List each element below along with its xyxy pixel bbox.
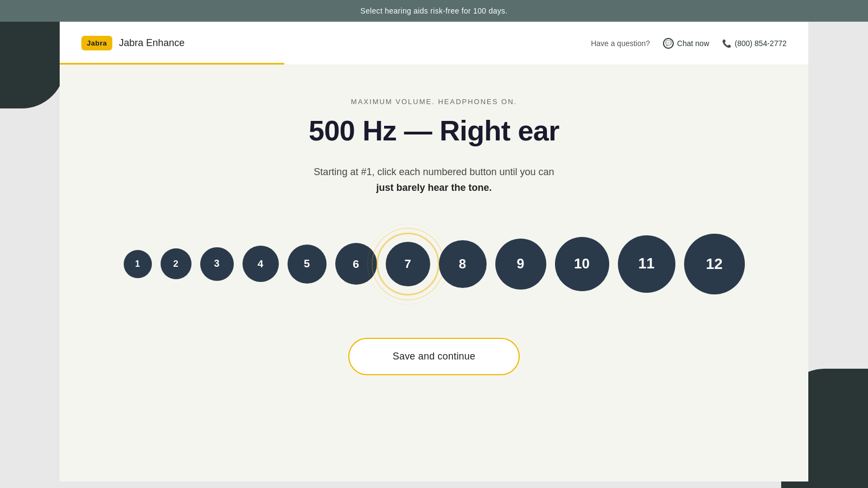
instruction-text: Starting at #1, click each numbered butt…: [314, 164, 554, 196]
number-button-4[interactable]: 4: [242, 246, 279, 282]
number-button-9[interactable]: 9: [495, 239, 546, 290]
instruction-bold: just barely hear the tone.: [376, 182, 492, 193]
chat-label: Chat now: [677, 39, 709, 48]
main-container: Jabra Jabra Enhance Have a question? 💬 C…: [60, 22, 808, 481]
number-button-10[interactable]: 10: [555, 237, 609, 291]
button-label-8: 8: [459, 256, 466, 272]
button-label-3: 3: [214, 258, 219, 269]
content-area: MAXIMUM VOLUME. HEADPHONES ON. 500 Hz — …: [60, 65, 808, 397]
number-button-1[interactable]: 1: [124, 250, 152, 278]
logo-text: Jabra: [87, 39, 107, 47]
header: Jabra Jabra Enhance Have a question? 💬 C…: [60, 22, 808, 65]
header-left: Jabra Jabra Enhance: [81, 36, 184, 50]
button-label-5: 5: [304, 258, 310, 270]
banner-text: Select hearing aids risk-free for 100 da…: [360, 7, 507, 15]
button-label-6: 6: [353, 258, 359, 271]
main-title: 500 Hz — Right ear: [309, 114, 559, 147]
chat-icon: 💬: [663, 38, 674, 49]
number-button-3[interactable]: 3: [200, 247, 234, 281]
phone-icon: 📞: [722, 39, 731, 48]
subtitle: MAXIMUM VOLUME. HEADPHONES ON.: [351, 98, 517, 106]
number-button-8[interactable]: 8: [439, 240, 487, 288]
button-label-1: 1: [135, 259, 140, 269]
top-banner: Select hearing aids risk-free for 100 da…: [0, 0, 868, 22]
button-label-12: 12: [706, 255, 723, 273]
save-and-continue-button[interactable]: Save and continue: [348, 338, 520, 375]
button-label-9: 9: [517, 256, 525, 272]
header-right: Have a question? 💬 Chat now 📞 (800) 854-…: [591, 38, 787, 49]
number-button-6[interactable]: 6: [335, 243, 377, 285]
number-button-5[interactable]: 5: [288, 245, 327, 284]
logo-box: Jabra: [81, 36, 112, 50]
number-button-7[interactable]: 7: [386, 242, 430, 286]
phone-label: (800) 854-2772: [735, 39, 787, 48]
number-button-12[interactable]: 12: [684, 234, 745, 294]
number-button-11[interactable]: 11: [618, 235, 675, 293]
button-label-4: 4: [258, 258, 264, 270]
phone-link[interactable]: 📞 (800) 854-2772: [722, 39, 787, 48]
number-button-2[interactable]: 2: [161, 248, 192, 279]
button-label-11: 11: [638, 255, 654, 272]
button-label-10: 10: [574, 255, 590, 272]
button-label-2: 2: [173, 259, 178, 269]
button-label-7: 7: [404, 257, 411, 271]
buttons-row: 123456789101112: [124, 234, 745, 294]
instruction-line1: Starting at #1, click each numbered butt…: [314, 166, 554, 177]
progress-bar: [60, 63, 284, 65]
brand-name: Jabra Enhance: [119, 37, 184, 49]
chat-link[interactable]: 💬 Chat now: [663, 38, 709, 49]
have-question-label: Have a question?: [591, 39, 650, 48]
ripple-ring: [367, 223, 449, 305]
